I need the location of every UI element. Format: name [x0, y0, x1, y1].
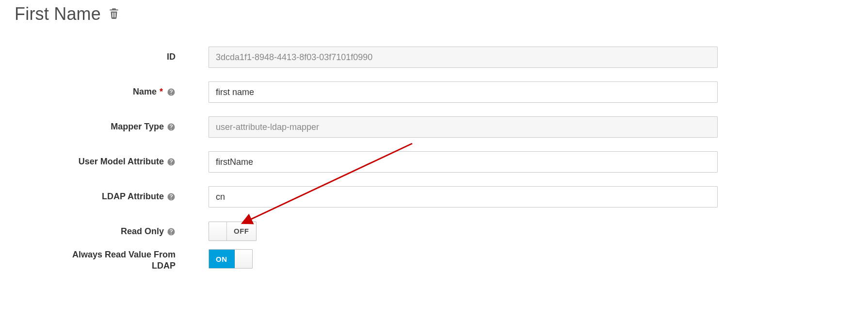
toggle-always-read[interactable]: ON	[209, 249, 253, 269]
input-user-model-attribute[interactable]	[209, 151, 718, 173]
label-user-model-attribute: User Model Attribute	[79, 156, 164, 167]
help-icon[interactable]	[167, 88, 176, 96]
toggle-off-label: OFF	[226, 222, 256, 240]
row-ldap-attribute: LDAP Attribute	[15, 179, 853, 214]
row-mapper-type: Mapper Type	[15, 110, 853, 144]
page-title: First Name	[15, 4, 101, 24]
toggle-thumb	[209, 222, 226, 240]
label-ldap-attribute: LDAP Attribute	[102, 191, 164, 202]
label-name: Name	[133, 86, 157, 97]
help-icon[interactable]	[167, 227, 176, 236]
label-always-read: Always Read Value From LDAP	[49, 249, 176, 272]
row-read-only: Read Only OFF	[15, 214, 853, 249]
required-marker: *	[160, 87, 163, 97]
toggle-read-only[interactable]: OFF	[209, 222, 257, 241]
row-id: ID	[15, 40, 853, 75]
mapper-form: ID Name * Mapper Type	[15, 40, 853, 276]
page-title-row: First Name	[15, 0, 853, 30]
label-read-only: Read Only	[121, 226, 164, 237]
mapper-detail-page: First Name ID Name *	[0, 0, 868, 319]
help-icon[interactable]	[167, 192, 176, 201]
label-id: ID	[167, 51, 176, 63]
help-icon[interactable]	[167, 158, 176, 166]
row-always-read: Always Read Value From LDAP ON	[15, 249, 853, 276]
input-ldap-attribute[interactable]	[209, 186, 718, 207]
label-mapper-type: Mapper Type	[111, 121, 164, 132]
row-user-model-attribute: User Model Attribute	[15, 144, 853, 179]
delete-icon[interactable]	[108, 7, 120, 21]
input-id	[209, 47, 718, 68]
input-name[interactable]	[209, 81, 718, 103]
row-name: Name *	[15, 75, 853, 110]
toggle-on-label: ON	[209, 250, 235, 268]
help-icon[interactable]	[167, 123, 176, 131]
input-mapper-type	[209, 116, 718, 138]
toggle-thumb	[235, 250, 252, 268]
